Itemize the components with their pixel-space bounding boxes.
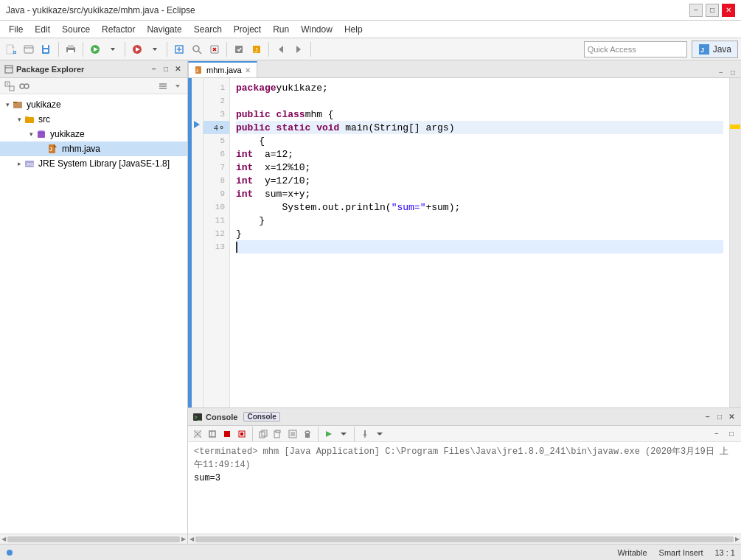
pe-close-btn[interactable]: ✕ <box>173 64 183 74</box>
menu-search[interactable]: Search <box>188 23 228 36</box>
menu-edit[interactable]: Edit <box>29 23 56 36</box>
console-btn-paste[interactable] <box>271 427 285 441</box>
pe-scroll-left-arrow[interactable]: ◀ <box>1 536 6 542</box>
debug-button[interactable] <box>129 41 145 57</box>
tree-item-jre[interactable]: ▸ JRE JRE System Library [JavaSE-1.8] <box>0 156 187 171</box>
editor-tab-mhm-java[interactable]: J mhm.java ✕ <box>188 61 257 77</box>
svg-marker-74 <box>341 433 347 435</box>
console-btn-lock[interactable] <box>301 427 314 441</box>
console-content: <terminated> mhm [Java Application] C:\P… <box>188 442 741 533</box>
editor-minimize-btn[interactable]: − <box>716 67 726 77</box>
editor-tabs: J mhm.java ✕ − □ <box>188 60 741 78</box>
menu-run[interactable]: Run <box>267 23 295 36</box>
back-button[interactable] <box>273 41 289 57</box>
pe-horizontal-scrollbar[interactable]: ◀ ▶ <box>0 533 187 544</box>
tree-item-mhm-java[interactable]: ▸ J mhm.java <box>0 141 187 156</box>
svg-text:J: J <box>700 46 704 54</box>
debug-dropdown[interactable] <box>147 41 163 57</box>
toolbar-btn-6[interactable] <box>206 41 223 57</box>
pe-menu-btn[interactable] <box>156 80 170 93</box>
tree-item-yukikaze[interactable]: ▾ yukikaze <box>0 97 187 112</box>
line-num-12: 12 <box>203 227 229 240</box>
cursor-position: 13 : 1 <box>714 548 735 557</box>
pe-scroll-right-arrow[interactable]: ▶ <box>181 536 186 542</box>
pe-scroll-thumb[interactable] <box>7 536 180 542</box>
console-terminate-btn[interactable] <box>220 427 234 441</box>
quick-access-field[interactable]: Quick Access <box>584 41 687 57</box>
console-maximize-toolbar-btn[interactable]: □ <box>725 427 738 441</box>
pe-minimize-btn[interactable]: − <box>149 64 159 74</box>
menu-bar: File Edit Source Refactor Navigate Searc… <box>0 21 741 38</box>
toolbar-btn-8[interactable]: J <box>248 41 265 57</box>
run-button[interactable] <box>87 41 103 57</box>
console-copy-btn[interactable] <box>257 427 270 441</box>
code-content[interactable]: package yukikaze; public class mhm { pub… <box>230 78 729 407</box>
save-all-button[interactable] <box>38 41 55 57</box>
pe-maximize-btn[interactable]: □ <box>161 64 171 74</box>
toolbar-btn-new[interactable] <box>171 41 187 57</box>
console-btn-2[interactable] <box>206 427 219 441</box>
menu-window[interactable]: Window <box>295 23 338 36</box>
title-bar: Java - yukikaze/src/yukikaze/mhm.java - … <box>0 0 741 21</box>
console-header-controls: − □ ✕ <box>703 412 737 422</box>
java-perspective-button[interactable]: J Java <box>692 41 738 58</box>
console-btn-scroll[interactable] <box>286 427 299 441</box>
console-clear-btn[interactable] <box>191 427 204 441</box>
minimize-button[interactable]: − <box>689 4 703 17</box>
tree-label-mhm-java: mhm.java <box>62 144 100 154</box>
pe-link-btn[interactable] <box>18 80 31 93</box>
toolbar-print[interactable] <box>63 41 79 57</box>
svg-text:>_: >_ <box>194 414 201 421</box>
code-line-4: public static void main(String[] args) <box>236 121 723 134</box>
pe-dropdown-btn[interactable] <box>171 80 184 93</box>
tab-close-btn[interactable]: ✕ <box>245 66 251 74</box>
maximize-button[interactable]: □ <box>706 4 719 17</box>
console-close-btn[interactable]: ✕ <box>726 412 737 422</box>
console-minimize-btn[interactable]: − <box>703 412 713 422</box>
console-minimize-toolbar-btn[interactable]: − <box>710 427 723 441</box>
menu-help[interactable]: Help <box>338 23 369 36</box>
console-scroll-left[interactable]: ◀ <box>189 536 194 542</box>
package-explorer-header: Package Explorer − □ ✕ <box>0 60 187 78</box>
console-maximize-btn[interactable]: □ <box>714 412 725 422</box>
svg-rect-63 <box>240 433 243 435</box>
svg-point-35 <box>20 84 24 88</box>
code-line-10: System.out.println("sum="+sum); <box>236 200 723 214</box>
tree-label-package-yukikaze: yukikaze <box>50 129 85 139</box>
console-run-btn[interactable] <box>322 427 335 441</box>
console-scroll-thumb[interactable] <box>195 536 734 542</box>
toolbar-btn-7[interactable] <box>231 41 247 57</box>
menu-file[interactable]: File <box>3 23 29 36</box>
tree-item-src[interactable]: ▾ src <box>0 112 187 127</box>
editor-maximize-btn[interactable]: □ <box>728 67 738 77</box>
new-button[interactable] <box>3 41 19 57</box>
editor-tab-controls: − □ <box>716 67 741 77</box>
toolbar-btn-2[interactable] <box>21 41 37 57</box>
console-horizontal-scrollbar[interactable]: ◀ ▶ <box>188 533 741 544</box>
menu-refactor[interactable]: Refactor <box>96 23 141 36</box>
toolbar-btn-5[interactable] <box>189 41 205 57</box>
console-pin-dropdown[interactable] <box>373 427 386 441</box>
console-run-dropdown[interactable] <box>337 427 350 441</box>
pe-collapse-btn[interactable] <box>3 80 16 93</box>
tree-arrow-jre: ▸ <box>15 160 24 167</box>
svg-marker-73 <box>326 431 332 437</box>
code-line-11: } <box>236 214 723 227</box>
line-num-13: 13 <box>203 240 229 253</box>
menu-project[interactable]: Project <box>228 23 267 36</box>
breakpoint-marker <box>194 121 201 128</box>
console-terminate2-btn[interactable] <box>235 427 248 441</box>
tree-item-package[interactable]: ▾ yukikaze <box>0 127 187 141</box>
package-explorer-title: Package Explorer <box>16 65 84 74</box>
forward-button[interactable] <box>291 41 307 57</box>
menu-source[interactable]: Source <box>56 23 96 36</box>
console-scroll-right[interactable]: ▶ <box>735 536 740 542</box>
run-dropdown[interactable] <box>105 41 121 57</box>
status-icon <box>6 549 13 556</box>
menu-navigate[interactable]: Navigate <box>141 23 187 36</box>
close-button[interactable]: ✕ <box>722 4 735 17</box>
code-line-7: int x=12%10; <box>236 161 723 174</box>
tree-arrow-src: ▾ <box>15 116 24 123</box>
svg-text:J: J <box>254 46 258 54</box>
console-pin-btn[interactable] <box>358 427 372 441</box>
